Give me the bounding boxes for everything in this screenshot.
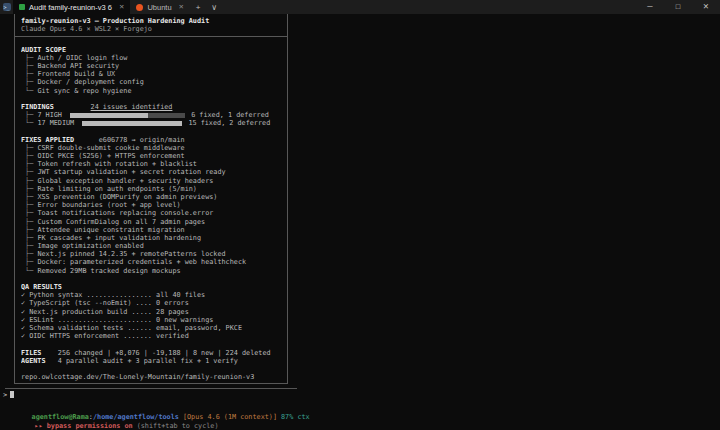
- tab-audit-close-icon[interactable]: ✕: [119, 3, 124, 11]
- findings-row: ├─ 7 HIGH 6 fixed, 1 deferred: [21, 111, 285, 119]
- report-subtitle: Claude Opus 4.6 × WSL2 × Forgejo: [21, 25, 283, 33]
- fix-item: ├─ JWT startup validation + secret rotat…: [21, 168, 285, 176]
- context-usage: 87% ctx: [281, 413, 310, 421]
- mode-hint: (shift+tab to cycle): [137, 422, 219, 430]
- fix-item: ├─ Rate limiting on auth endpoints (5/mi…: [21, 185, 285, 193]
- fix-item: ├─ Attendee unique constraint migration: [21, 226, 285, 234]
- qa-item: ✓ OIDC HTTPS enforcement ....... verifie…: [21, 332, 285, 340]
- qa-item: ✓ Schema validation tests ...... email, …: [21, 324, 285, 332]
- scope-item: ├─ Backend API security: [21, 62, 285, 70]
- blank-line: [21, 95, 285, 103]
- findings-bar-deferred: [148, 113, 185, 118]
- tab-ubuntu-close-icon[interactable]: ✕: [179, 3, 184, 11]
- statusbar-line2: ▸▸bypass permissions on(shift+tab to cyc…: [10, 413, 219, 422]
- tab-audit-icon: [19, 4, 25, 10]
- scope-item: ├─ Frontend build & UX: [21, 70, 285, 78]
- fixes-heading: FIXES APPLIED e606778 → origin/main: [21, 136, 285, 144]
- findings-row: └─ 17 MEDIUM 15 fixed, 2 deferred: [21, 119, 285, 127]
- fix-item: ├─ Image optimization enabled: [21, 242, 285, 250]
- new-tab-button[interactable]: +: [190, 0, 206, 14]
- findings-bar-fixed: [82, 121, 182, 126]
- permission-mode: bypass permissions on: [47, 422, 133, 430]
- findings-bar-fixed: [70, 113, 148, 118]
- input-separator: [5, 388, 297, 389]
- tab-ubuntu-label: Ubuntu: [147, 3, 171, 12]
- ubuntu-icon: [136, 4, 143, 11]
- tab-dropdown-button[interactable]: ∨: [206, 0, 222, 14]
- blank-line: [21, 275, 285, 283]
- report-title: family-reunion-v3 — Production Hardening…: [21, 17, 283, 25]
- audit-report-box: family-reunion-v3 — Production Hardening…: [14, 14, 288, 384]
- qa-item: ✓ ESLint ....................... 0 new w…: [21, 316, 285, 324]
- report-header: family-reunion-v3 — Production Hardening…: [15, 14, 287, 37]
- fix-item: ├─ Docker: parameterized credentials + w…: [21, 258, 285, 266]
- scope-item: └─ Git sync & repo hygiene: [21, 87, 285, 95]
- window-controls: ─ □ ✕: [636, 0, 720, 14]
- prompt-input[interactable]: >: [3, 391, 14, 400]
- minimize-button[interactable]: ─: [636, 0, 664, 14]
- findings-heading: FINDINGS 24 issues identified: [21, 103, 285, 111]
- scope-heading: AUDIT SCOPE: [21, 46, 285, 54]
- terminal-window: >_ Audit family-reunion-v3 6 ✕ Ubuntu ✕ …: [0, 0, 720, 430]
- fix-item: ├─ Global exception handler + security h…: [21, 177, 285, 185]
- fix-item: ├─ CSRF double-submit cookie middleware: [21, 144, 285, 152]
- fix-item: ├─ Next.js pinned 14.2.35 + remotePatter…: [21, 250, 285, 258]
- window-icon: >_: [0, 0, 13, 14]
- fix-item: ├─ FK cascades + input validation harden…: [21, 234, 285, 242]
- terminal-app-icon: >_: [3, 3, 11, 11]
- fix-item: ├─ Custom ConfirmDialog on all 7 admin p…: [21, 218, 285, 226]
- fix-item: ├─ Token refresh with rotation + blackli…: [21, 160, 285, 168]
- blank-line: [21, 365, 285, 373]
- scope-item: ├─ Docker / deployment config: [21, 78, 285, 86]
- agents-summary: AGENTS 4 parallel audit + 3 parallel fix…: [21, 357, 285, 365]
- titlebar-drag-area: [222, 0, 636, 14]
- prompt-symbol: >: [3, 391, 7, 399]
- tab-audit[interactable]: Audit family-reunion-v3 6 ✕: [13, 0, 130, 14]
- files-summary: FILES 256 changed | +8,076 | -19,188 | 8…: [21, 349, 285, 357]
- terminal-output: family-reunion-v3 — Production Hardening…: [0, 14, 720, 430]
- blank-line: [21, 340, 285, 348]
- blank-line: [21, 127, 285, 135]
- maximize-button[interactable]: □: [664, 0, 692, 14]
- statusbar-line1: agentflow@Rama:/home/agentflow/tools[Opu…: [7, 404, 310, 413]
- titlebar: >_ Audit family-reunion-v3 6 ✕ Ubuntu ✕ …: [0, 0, 720, 14]
- scope-item: ├─ Auth / OIDC login flow: [21, 54, 285, 62]
- fix-item: ├─ XSS prevention (DOMPurify on admin pr…: [21, 193, 285, 201]
- fix-item: ├─ OIDC PKCE (S256) + HTTPS enforcement: [21, 152, 285, 160]
- report-body: AUDIT SCOPE ├─ Auth / OIDC login flow ├─…: [15, 37, 287, 383]
- mode-arrows-icon: ▸▸: [35, 422, 43, 430]
- tab-ubuntu[interactable]: Ubuntu ✕: [130, 0, 190, 14]
- repo-link: repo.owlcottage.dev/The-Lonely-Mountain/…: [21, 373, 285, 381]
- close-button[interactable]: ✕: [692, 0, 720, 14]
- fix-item: ├─ Toast notifications replacing console…: [21, 209, 285, 217]
- fix-item: ├─ Error boundaries (root + app level): [21, 201, 285, 209]
- qa-item: ✓ Next.js production build ..... 28 page…: [21, 308, 285, 316]
- blank-line: [21, 37, 285, 45]
- cursor: [10, 391, 14, 398]
- qa-item: ✓ TypeScript (tsc --noEmit) .... 0 error…: [21, 299, 285, 307]
- qa-item: ✓ Python syntax ................ all 40 …: [21, 291, 285, 299]
- qa-heading: QA RESULTS: [21, 283, 285, 291]
- fix-item: └─ Removed 29MB tracked design mockups: [21, 267, 285, 275]
- tab-audit-label: Audit family-reunion-v3 6: [29, 3, 112, 12]
